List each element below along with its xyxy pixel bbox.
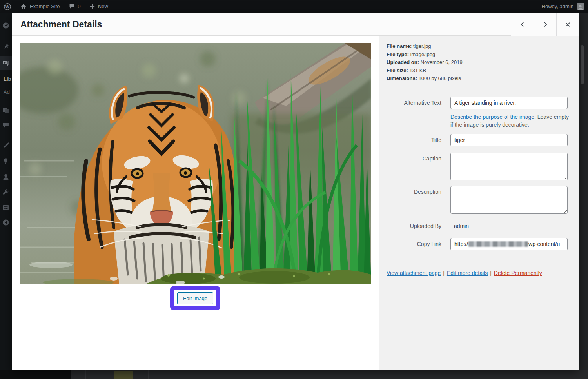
pushpin-icon (2, 43, 10, 51)
sidebar-item-tools[interactable] (2, 188, 10, 196)
admin-bar: W Example Site 0 New Howdy, admin (0, 0, 588, 13)
next-button[interactable] (534, 13, 556, 36)
divider (387, 262, 568, 262)
sidebar-item-dashboard[interactable] (2, 22, 10, 29)
alt-text-help: Describe the purpose of the image. Leave… (450, 113, 570, 129)
comments-menu[interactable]: 0 (69, 3, 81, 10)
sidebar-collapse-button[interactable] (2, 219, 10, 226)
background-right-edge (579, 13, 588, 370)
delete-permanently-link[interactable]: Delete Permanently (494, 270, 542, 276)
background-content (0, 370, 588, 379)
screen: W Example Site 0 New Howdy, admin (0, 0, 588, 379)
settings-icon (2, 204, 10, 211)
previous-button[interactable] (511, 13, 534, 36)
uploaded-by-label: Uploaded By (387, 223, 441, 229)
wrench-icon (2, 188, 10, 196)
background-admin-menu (0, 370, 71, 379)
caption-label: Caption (387, 155, 441, 162)
brush-icon (2, 141, 10, 149)
copy-link-label: Copy Link (387, 241, 441, 247)
site-name: Example Site (30, 4, 60, 9)
modal-title: Attachment Details (20, 13, 102, 36)
edit-image-button[interactable]: Edit Image (177, 292, 213, 304)
sidebar-item-pages[interactable] (2, 106, 10, 114)
tiger-photo-illustration (20, 43, 371, 284)
title-input[interactable] (450, 134, 568, 146)
collapse-icon (2, 219, 10, 226)
dashboard-icon (2, 22, 10, 29)
modal-header: Attachment Details (12, 13, 579, 36)
sidebar-item-settings[interactable] (2, 204, 10, 211)
attachment-actions: View attachment page|Edit more details|D… (387, 270, 542, 276)
sidebar-item-add-new[interactable]: Ad (4, 89, 10, 95)
file-name-row: File name: tiger.jpg (387, 42, 463, 51)
url-redacted-segment (468, 241, 528, 247)
dimensions-row: Dimensions: 1000 by 686 pixels (387, 75, 463, 83)
divider (387, 89, 568, 89)
title-label: Title (387, 137, 441, 143)
avatar (577, 3, 584, 10)
url-prefix: http:// (454, 241, 468, 247)
wordpress-logo-icon[interactable]: W (4, 3, 11, 11)
site-menu[interactable]: Example Site (20, 3, 60, 10)
edit-more-details-link[interactable]: Edit more details (447, 270, 488, 276)
alt-text-input[interactable] (450, 97, 568, 109)
close-icon (564, 21, 571, 28)
new-label: New (98, 4, 108, 9)
sidebar-item-users[interactable] (2, 173, 10, 181)
chevron-right-icon (542, 21, 549, 28)
copy-link-input[interactable]: http://wp-content/u (450, 238, 568, 250)
file-type-row: File type: image/jpeg (387, 51, 463, 59)
background-grid-line (148, 370, 149, 379)
alt-text-label: Alternative Text (387, 100, 441, 106)
comment-count: 0 (78, 4, 81, 9)
comment-icon (69, 3, 75, 10)
edit-image-highlight: Edit Image (170, 286, 220, 310)
pages-icon (2, 106, 10, 114)
attachment-details-panel: File name: tiger.jpg File type: image/jp… (379, 36, 579, 370)
account-menu[interactable]: Howdy, admin (542, 0, 584, 13)
plug-icon (2, 157, 10, 165)
attachment-details-modal: Attachment Details (12, 13, 579, 370)
home-icon (20, 3, 27, 10)
background-thumbnail (114, 371, 133, 379)
comments-icon (2, 121, 10, 129)
media-icon (2, 59, 10, 67)
description-label: Description (387, 189, 441, 195)
sidebar-item-plugins[interactable] (2, 157, 10, 165)
attachment-image (20, 43, 371, 284)
admin-sidebar: Lib Ad (0, 13, 12, 370)
svg-text:W: W (5, 4, 10, 9)
url-suffix: wp-content/u (528, 241, 560, 247)
uploaded-by-value: admin (454, 223, 469, 229)
sidebar-item-library[interactable]: Lib (4, 76, 11, 82)
sidebar-item-appearance[interactable] (2, 141, 10, 149)
view-attachment-link[interactable]: View attachment page (387, 270, 441, 276)
close-button[interactable] (556, 13, 579, 36)
new-menu[interactable]: New (89, 4, 108, 9)
describe-purpose-link[interactable]: Describe the purpose of the image (450, 114, 534, 120)
file-size-row: File size: 131 KB (387, 67, 463, 75)
background-scrollbar-thumb[interactable] (581, 45, 584, 84)
user-icon (2, 173, 10, 181)
uploaded-on-row: Uploaded on: November 6, 2019 (387, 58, 463, 67)
background-grid-line (85, 370, 86, 379)
sidebar-item-posts[interactable] (2, 43, 10, 51)
sidebar-item-media[interactable] (2, 59, 10, 67)
description-textarea[interactable] (450, 186, 568, 214)
chevron-left-icon (519, 21, 526, 28)
howdy-text: Howdy, admin (542, 4, 573, 9)
caption-textarea[interactable] (450, 153, 568, 180)
file-details: File name: tiger.jpg File type: image/jp… (387, 42, 463, 83)
sidebar-item-comments[interactable] (2, 121, 10, 129)
plus-icon (89, 4, 95, 9)
